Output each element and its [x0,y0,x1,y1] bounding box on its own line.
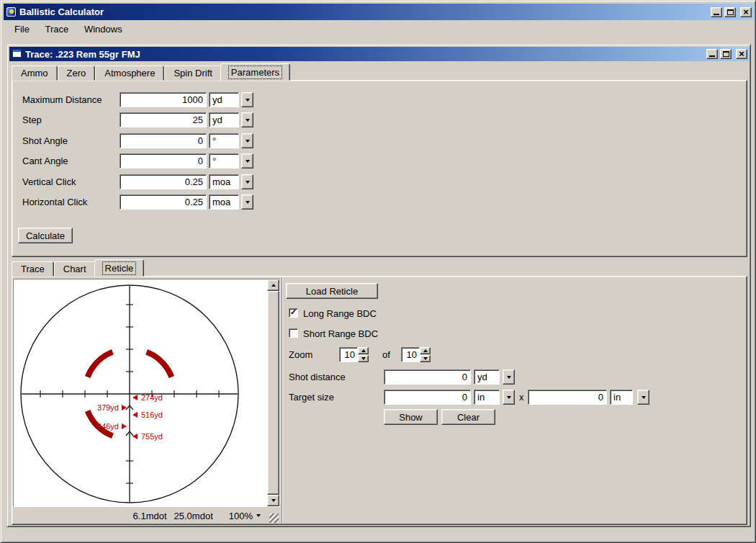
max-distance-unit-value[interactable]: yd [209,92,239,107]
tab-ammo[interactable]: Ammo [12,66,58,81]
zoom-max-spinner [401,347,431,362]
step-label: Step [22,115,42,125]
zoom-spin-down-button[interactable] [358,355,369,362]
tab-parameters[interactable]: Parameters [220,63,290,81]
clear-button[interactable]: Clear [441,409,495,425]
mdot-x-readout: 6.1mdot [133,511,167,521]
target-height-unit-dropdown-button[interactable] [637,390,649,405]
target-width-unit-dropdown-button[interactable] [503,390,515,405]
zoom-max-spin-down-button[interactable] [420,355,431,362]
shot-angle-input[interactable] [120,133,207,148]
target-height-unit-value[interactable]: in [610,390,633,405]
target-height-input[interactable] [528,390,607,405]
bdc-arc-upper-right [147,352,172,377]
max-distance-input[interactable] [120,92,207,107]
chevron-down-icon [507,376,511,379]
check-icon: ✓ [290,308,297,317]
parameter-tabstrip: Ammo Zero Atmosphere Spin Drift Paramete… [12,63,289,81]
spin-down-icon [423,357,428,360]
zoom-level-readout: 100% [229,511,253,521]
bdc-label-755: 755yd [141,432,163,441]
zoom-max-input[interactable] [401,347,420,362]
scrollbar-thumb[interactable] [267,291,279,495]
trace-minimize-button[interactable] [706,49,718,59]
main-titlebar[interactable]: Ballistic Calculator × [4,4,754,20]
short-range-bdc-checkbox[interactable]: ✓ [289,328,298,338]
cant-angle-unit-dropdown-button[interactable] [241,153,253,169]
shot-angle-unit-dropdown-button[interactable] [241,133,253,148]
max-distance-unit-dropdown-button[interactable] [241,92,253,107]
vertical-click-label: Vertical Click [22,176,76,187]
scroll-up-button[interactable] [267,279,279,291]
zoom-max-spin-up-button[interactable] [420,347,431,354]
load-reticle-button[interactable]: Load Reticle [286,283,378,299]
tab-atmosphere[interactable]: Atmosphere [95,66,164,81]
trace-maximize-button[interactable] [720,49,732,59]
scroll-down-icon [271,499,276,502]
close-icon: × [739,50,744,58]
main-minimize-button[interactable] [711,7,722,17]
trace-window-icon [12,49,23,59]
bdc-label-274: 274yd [141,393,163,402]
menu-file[interactable]: File [8,22,36,37]
tab-chart[interactable]: Chart [54,261,96,277]
spin-up-icon [423,349,428,352]
bdc-arc-upper-left [88,352,113,377]
step-unit-dropdown-button[interactable] [241,112,253,127]
scroll-down-button[interactable] [267,495,279,506]
result-tabstrip: Trace Chart Reticle [12,259,143,277]
trace-window: Trace: .223 Rem 55gr FMJ × Ammo Zero Atm… [6,44,751,527]
long-range-bdc-checkbox[interactable]: ✓ [289,308,298,318]
shot-angle-unit-value[interactable]: ° [209,133,239,148]
parameters-page: Maximum Distance yd Step yd Shot Angle °… [12,80,747,257]
vertical-click-unit-value[interactable]: moa [209,174,239,189]
tab-zero[interactable]: Zero [58,66,96,81]
horizontal-click-input[interactable] [120,194,207,210]
main-window-title: Ballistic Calculator [19,6,104,17]
maximize-icon [727,9,734,15]
menu-windows[interactable]: Windows [78,22,129,37]
tab-trace[interactable]: Trace [12,261,54,277]
show-button[interactable]: Show [384,409,438,425]
long-range-bdc-label: Long Range BDC [303,308,377,319]
menubar: File Trace Windows [4,22,754,37]
tab-reticle[interactable]: Reticle [94,259,145,277]
main-close-button[interactable]: × [740,7,752,17]
horizontal-click-unit-dropdown-button[interactable] [241,194,253,210]
trace-close-button[interactable]: × [736,49,747,59]
cant-angle-input[interactable] [120,153,207,169]
step-unit-value[interactable]: yd [209,112,239,127]
spin-down-icon [361,357,366,360]
step-input[interactable] [120,112,207,127]
minimize-icon [709,55,715,57]
chevron-down-icon [642,396,646,399]
shot-distance-input[interactable] [384,369,471,385]
chevron-down-icon [246,119,250,122]
main-maximize-button[interactable] [724,7,736,17]
shot-distance-unit-value[interactable]: yd [474,369,500,385]
zoom-spin-up-button[interactable] [358,347,369,354]
target-width-unit-value[interactable]: in [474,390,500,405]
horizontal-click-unit-value[interactable]: moa [209,194,239,210]
resize-grip[interactable] [269,513,279,523]
bdc-label-646: 646yd [97,422,119,431]
calculate-button[interactable]: Calculate [18,228,73,243]
app-icon [6,6,17,18]
menu-trace[interactable]: Trace [39,22,76,37]
target-width-input[interactable] [384,390,471,405]
vertical-click-unit-dropdown-button[interactable] [241,174,253,189]
shot-distance-unit-dropdown-button[interactable] [503,369,515,385]
reticle-vscrollbar[interactable] [267,279,279,506]
bdc-label-516: 516yd [141,410,163,419]
chevron-down-icon [246,99,250,102]
max-distance-label: Maximum Distance [22,94,102,105]
trace-titlebar[interactable]: Trace: .223 Rem 55gr FMJ × [9,47,750,61]
vertical-click-input[interactable] [120,174,207,189]
zoom-value-input[interactable] [339,347,358,362]
tab-spin-drift[interactable]: Spin Drift [164,66,221,81]
zoom-dropdown-icon[interactable] [256,514,261,517]
zoom-of-label: of [382,349,390,360]
main-window: Ballistic Calculator × File Trace Window… [0,0,756,543]
chevron-down-icon [246,181,250,184]
cant-angle-unit-value[interactable]: ° [209,153,239,169]
